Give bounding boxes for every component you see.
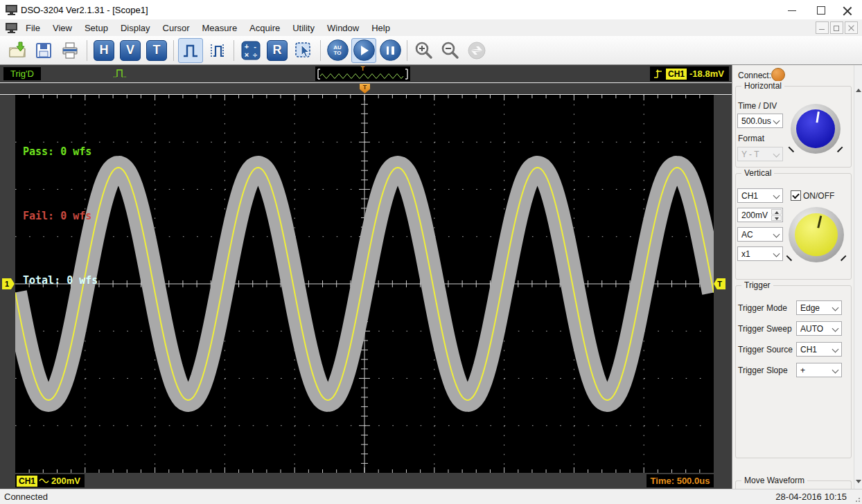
- vertical-setup-button[interactable]: V: [118, 38, 143, 63]
- connection-status: Connected: [4, 492, 48, 502]
- channel1-scale: 200mV: [51, 476, 80, 486]
- menu-utility[interactable]: Utility: [286, 21, 321, 35]
- probe-select[interactable]: x1: [737, 246, 783, 261]
- pulse-train-button[interactable]: [204, 38, 229, 63]
- swap-arrows-icon: [467, 41, 486, 60]
- v-icon: V: [120, 40, 141, 61]
- datetime-status: 28-04-2016 10:15: [775, 492, 847, 502]
- cursor-select-icon: [294, 41, 313, 60]
- maximize-button[interactable]: [809, 0, 833, 19]
- chevron-down-icon: [832, 305, 839, 312]
- trigger-slope-select[interactable]: +: [796, 363, 842, 377]
- svg-text:÷: ÷: [253, 51, 257, 59]
- menu-bar: File View Setup Display Cursor Measure A…: [0, 19, 862, 36]
- trigger-sweep-label: Trigger Sweep: [738, 324, 792, 334]
- channel1-position-marker[interactable]: 1: [2, 278, 15, 289]
- trigger-sweep-select[interactable]: AUTO: [796, 321, 842, 336]
- window-title: DSO-3204 Ver2.1.31 - [Scope1]: [21, 5, 148, 15]
- spinner-up-button[interactable]: [771, 209, 782, 215]
- zoom-in-icon: [414, 41, 434, 60]
- chevron-down-icon: [773, 151, 780, 158]
- pause-button[interactable]: [378, 38, 403, 63]
- math-button[interactable]: + - × ÷: [238, 38, 263, 63]
- trigger-level-value: -18.8mV: [689, 69, 724, 79]
- zoom-out-button[interactable]: [438, 38, 463, 63]
- vertical-position-knob[interactable]: [789, 207, 844, 262]
- trigger-position-marker[interactable]: T: [360, 84, 370, 93]
- control-panel: Connect: Horizontal Time / DIV 500.0us F…: [732, 65, 854, 489]
- trigger-setup-button[interactable]: T: [144, 38, 169, 63]
- menu-display[interactable]: Display: [114, 21, 157, 35]
- title-bar: DSO-3204 Ver2.1.31 - [Scope1]: [0, 0, 862, 19]
- trigger-level-marker[interactable]: T: [714, 278, 725, 289]
- trigger-readout: CH1 -18.8mV: [650, 66, 729, 81]
- vertical-group-title: Vertical: [741, 168, 774, 178]
- pass-fail-readout: Pass: 0 wfs Fail: 0 wfs Total: 0 wfs: [23, 98, 98, 334]
- menu-setup[interactable]: Setup: [78, 21, 114, 35]
- channel-select[interactable]: CH1: [737, 188, 783, 203]
- volt-div-spinner[interactable]: 200mV: [737, 208, 783, 222]
- time-div-select[interactable]: 500.0us: [737, 114, 783, 128]
- channel-onoff-checkbox[interactable]: [791, 190, 801, 201]
- save-button[interactable]: [31, 38, 56, 63]
- reference-button[interactable]: R: [265, 38, 290, 63]
- toolbar-separator: [87, 40, 87, 61]
- scroll-up-icon[interactable]: [856, 89, 861, 92]
- run-button[interactable]: [351, 38, 376, 63]
- pulse-indicator-icon: [113, 67, 130, 80]
- chevron-down-icon: [832, 367, 839, 374]
- pass-count: Pass: 0 wfs: [23, 141, 98, 163]
- menu-acquire[interactable]: Acquire: [243, 21, 286, 35]
- mdi-minimize-button[interactable]: [816, 21, 829, 34]
- panel-scrollbar[interactable]: [854, 65, 862, 489]
- menu-help[interactable]: Help: [365, 21, 396, 35]
- toolbar-separator: [407, 40, 407, 61]
- menu-cursor[interactable]: Cursor: [157, 21, 196, 35]
- coupling-select[interactable]: AC: [737, 227, 783, 242]
- trigger-source-select[interactable]: CH1: [796, 342, 842, 357]
- svg-text:+: +: [245, 42, 249, 51]
- menu-items: File View Setup Display Cursor Measure A…: [19, 19, 396, 36]
- preview-wave-path: [320, 74, 403, 79]
- close-button[interactable]: [836, 0, 859, 19]
- open-button[interactable]: [5, 38, 30, 63]
- trigger-mode-label: Trigger Mode: [738, 303, 787, 313]
- minimize-button[interactable]: [780, 0, 804, 19]
- app-logo-icon: [6, 4, 17, 15]
- horizontal-group-title: Horizontal: [741, 81, 784, 91]
- trigger-slope-label: Trigger Slope: [738, 366, 788, 375]
- horizontal-setup-button[interactable]: H: [91, 38, 116, 63]
- pass-fail-button[interactable]: [178, 38, 203, 63]
- connect-status-indicator: [771, 68, 785, 82]
- trigger-mode-select[interactable]: Edge: [796, 300, 842, 315]
- select-zone-button[interactable]: [291, 38, 316, 63]
- trigger-channel-badge: CH1: [666, 69, 687, 80]
- format-select[interactable]: Y - T: [737, 147, 783, 161]
- math-operations-icon: + - × ÷: [241, 41, 261, 60]
- print-button[interactable]: [58, 38, 82, 63]
- connect-label: Connect:: [738, 71, 771, 80]
- scroll-down-icon[interactable]: [856, 480, 861, 483]
- menu-window[interactable]: Window: [321, 21, 365, 35]
- menu-measure[interactable]: Measure: [196, 21, 244, 35]
- mdi-restore-button[interactable]: [830, 21, 843, 34]
- chevron-down-icon: [773, 231, 780, 238]
- trigger-source-label: Trigger Source: [738, 345, 793, 354]
- waveform-position-preview[interactable]: T: [315, 66, 410, 81]
- rising-edge-icon: [653, 68, 664, 80]
- autoset-button[interactable]: AUTO: [325, 38, 350, 63]
- knob-face: [795, 213, 838, 256]
- spinner-down-button[interactable]: [771, 215, 782, 221]
- menu-file[interactable]: File: [19, 21, 46, 35]
- mdi-close-button[interactable]: [845, 21, 858, 34]
- horizontal-expand-button[interactable]: [464, 38, 489, 63]
- zoom-in-button[interactable]: [412, 38, 437, 63]
- horizontal-position-knob[interactable]: [791, 104, 841, 154]
- r-icon: R: [267, 40, 288, 61]
- resize-grip[interactable]: [852, 494, 861, 503]
- menu-view[interactable]: View: [46, 21, 78, 35]
- timebase-readout: Time: 500.0us: [646, 474, 714, 487]
- printer-icon: [61, 42, 79, 60]
- trig-status-badge: Trig'D: [3, 67, 41, 80]
- trigger-group-title: Trigger: [741, 280, 773, 290]
